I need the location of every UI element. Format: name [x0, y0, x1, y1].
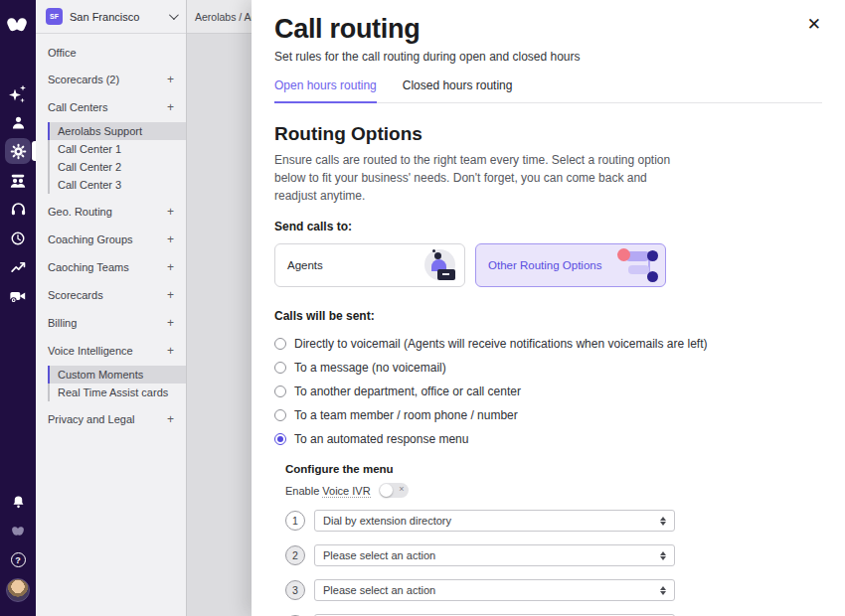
contacts-person-icon[interactable]: [0, 108, 36, 137]
agent-illustration-icon: [415, 247, 458, 283]
radio-checked-icon: [274, 433, 286, 445]
key-number-badge: 1: [285, 511, 305, 531]
action-select-2[interactable]: Please select an action: [314, 544, 675, 566]
active-indicator: [32, 141, 36, 161]
user-avatar[interactable]: [0, 574, 36, 606]
notifications-bell-icon[interactable]: [0, 488, 36, 517]
routing-radio-group: Directly to voicemail (Agents will recei…: [274, 332, 822, 451]
call-center-people-icon[interactable]: [0, 166, 36, 195]
sidebar-item-office[interactable]: Office: [36, 40, 186, 66]
workspace-badge: SF: [46, 8, 63, 25]
sidebar-item-aerolabs-support[interactable]: Aerolabs Support: [48, 122, 186, 140]
dimmed-page-background: Aerolabs / Adm: [187, 0, 252, 616]
tab-open-hours-routing[interactable]: Open hours routing: [274, 78, 377, 103]
radio-automated-response-menu[interactable]: To an automated response menu: [274, 427, 822, 451]
plus-icon: +: [167, 73, 174, 86]
enable-voice-ivr-row: Enable Voice IVR ×: [285, 483, 822, 498]
sidebar-item-scorecards[interactable]: Scorecards+: [36, 281, 186, 309]
select-arrows-icon: [660, 586, 666, 595]
plus-icon: +: [167, 288, 174, 302]
sidebar-item-call-center-2[interactable]: Call Center 2: [50, 158, 186, 176]
routing-cards: Agents Other Routing Options: [274, 243, 822, 287]
radio-icon: [274, 385, 286, 397]
routing-flow-illustration-icon: [615, 247, 659, 283]
plus-icon: +: [167, 412, 174, 426]
breadcrumb-bar: Aerolabs / Adm: [187, 0, 252, 34]
workspace-selector[interactable]: SF San Francisco: [36, 0, 186, 34]
key-number-badge: 3: [285, 580, 305, 600]
radio-icon: [274, 338, 286, 350]
menu-configuration: Configure the menu Enable Voice IVR × 1 …: [285, 463, 822, 616]
routing-options-heading: Routing Options: [274, 123, 822, 145]
support-headset-icon[interactable]: [0, 195, 36, 224]
plus-icon: +: [167, 100, 174, 114]
sidebar-item-scorecards-2[interactable]: Scorecards (2)+: [36, 66, 186, 93]
breadcrumb[interactable]: Aerolabs / Adm: [195, 11, 252, 23]
call-routing-panel: ✕ Call routing Set rules for the call ro…: [252, 0, 845, 616]
routing-options-description: Ensure calls are routed to the right tea…: [274, 151, 680, 205]
plus-icon: +: [167, 316, 174, 330]
voice-ivr-toggle[interactable]: ×: [379, 483, 409, 498]
action-select-3[interactable]: Please select an action: [314, 579, 675, 601]
ivr-menu-rows: 1 Dial by extension directory 2 Please s…: [285, 510, 822, 616]
calls-will-be-sent-label: Calls will be sent:: [274, 309, 822, 323]
help-icon[interactable]: ?: [0, 545, 36, 574]
sidebar-item-custom-moments[interactable]: Custom Moments: [48, 366, 186, 384]
plus-icon: +: [167, 205, 174, 219]
key-number-badge: 2: [285, 545, 305, 565]
other-routing-options-card[interactable]: Other Routing Options: [475, 243, 666, 287]
chevron-down-icon: [169, 10, 179, 20]
sidebar-item-real-time-assist-cards[interactable]: Real Time Assist cards: [50, 384, 186, 401]
routing-tabs: Open hours routing Closed hours routing: [274, 78, 822, 103]
sidebar-item-privacy-and-legal[interactable]: Privacy and Legal+: [36, 405, 186, 433]
radio-to-a-message[interactable]: To a message (no voicemail): [274, 356, 822, 380]
sidebar-item-voice-intelligence[interactable]: Voice Intelligence+: [36, 337, 186, 365]
sidebar-item-call-center-1[interactable]: Call Center 1: [50, 140, 186, 158]
chat-logo-icon[interactable]: [0, 517, 36, 545]
configure-menu-heading: Configure the menu: [285, 463, 822, 475]
menu-row-2: 2 Please select an action: [285, 544, 822, 566]
radio-another-department[interactable]: To another department, office or call ce…: [274, 380, 822, 403]
menu-row-3: 3 Please select an action: [285, 579, 822, 601]
radio-directly-to-voicemail[interactable]: Directly to voicemail (Agents will recei…: [274, 332, 822, 356]
select-arrows-icon: [660, 551, 666, 560]
radio-icon: [274, 362, 286, 374]
action-select-1[interactable]: Dial by extension directory: [314, 510, 675, 532]
analytics-trend-icon[interactable]: [0, 252, 36, 281]
sidebar-nav: Office Scorecards (2)+ Call Centers+ Aer…: [36, 34, 186, 433]
settings-sidebar: SF San Francisco Office Scorecards (2)+ …: [36, 0, 187, 616]
menu-row-1: 1 Dial by extension directory: [285, 510, 822, 532]
sidebar-item-call-center-3[interactable]: Call Center 3: [50, 176, 186, 194]
sidebar-item-coaching-teams[interactable]: Caoching Teams+: [36, 253, 186, 281]
ai-sparkles-icon[interactable]: [0, 79, 36, 108]
plus-icon: +: [167, 260, 174, 274]
dialpad-logo-icon[interactable]: [0, 8, 36, 44]
app-rail: ?: [0, 0, 36, 616]
sidebar-item-geo-routing[interactable]: Geo. Routing+: [36, 198, 186, 226]
close-icon[interactable]: ✕: [807, 16, 821, 33]
tab-closed-hours-routing[interactable]: Closed hours routing: [403, 78, 513, 102]
sidebar-item-call-centers[interactable]: Call Centers+: [36, 93, 186, 121]
panel-subtitle: Set rules for the call routing during op…: [274, 50, 822, 64]
radio-team-member[interactable]: To a team member / room phone / number: [274, 403, 822, 427]
settings-gear-icon[interactable]: [0, 137, 36, 166]
sidebar-item-billing[interactable]: Billing+: [36, 309, 186, 337]
sidebar-item-coaching-groups[interactable]: Coaching Groups+: [36, 226, 186, 253]
radio-icon: [274, 409, 286, 421]
plus-icon: +: [167, 232, 174, 246]
select-arrows-icon: [660, 517, 666, 526]
agents-card[interactable]: Agents: [274, 243, 465, 287]
meetings-camera-icon[interactable]: [0, 281, 36, 310]
panel-title: Call routing: [274, 14, 822, 45]
voice-ivr-term: Voice IVR: [322, 485, 370, 498]
plus-icon: +: [167, 344, 174, 358]
history-clock-icon[interactable]: [0, 224, 36, 252]
workspace-name: San Francisco: [70, 11, 162, 23]
send-calls-to-label: Send calls to:: [274, 220, 822, 233]
toggle-off-icon: ×: [399, 484, 404, 494]
